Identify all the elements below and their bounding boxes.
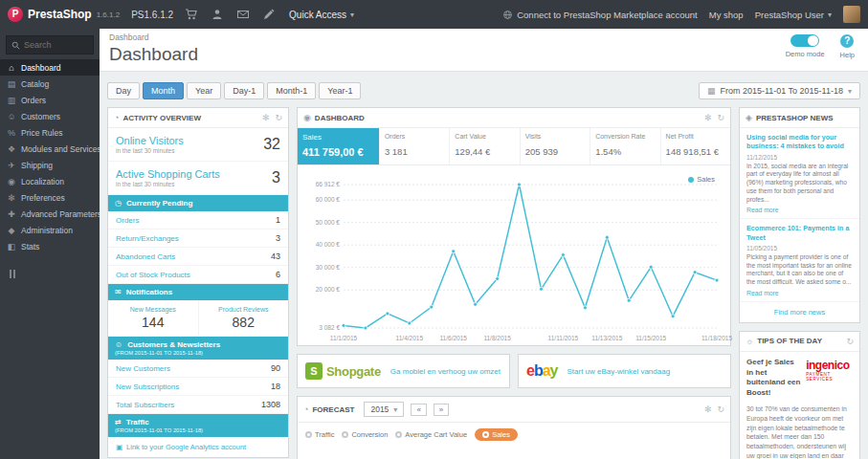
page-title: Dashboard: [109, 44, 198, 65]
sidebar-item-modules[interactable]: ❖Modules and Services: [0, 141, 100, 157]
refresh-icon[interactable]: ↻: [846, 337, 854, 346]
kpi-tab-cart-value[interactable]: Cart Value 129,44 €: [450, 128, 520, 164]
refresh-icon[interactable]: ↻: [717, 113, 724, 122]
kpi-tab-sales[interactable]: Sales 411 759,00 €: [298, 128, 380, 164]
sidebar-item-dashboard[interactable]: ⌂Dashboard: [0, 59, 100, 76]
forecast-chip-conversion[interactable]: Conversion: [342, 430, 388, 439]
sidebar-item-catalog[interactable]: ▤Catalog: [0, 76, 100, 92]
forecast-chip-sales[interactable]: Sales: [475, 428, 518, 441]
svg-text:30 000 €: 30 000 €: [316, 264, 341, 271]
ebay-promo-link[interactable]: Start uw eBay-winkel vandaag: [568, 367, 671, 376]
help-icon[interactable]: ?: [840, 34, 854, 48]
sidebar-item-shipping[interactable]: ✈Shipping: [0, 157, 100, 173]
range-month-button[interactable]: Month: [143, 82, 184, 99]
forecast-prev-button[interactable]: «: [411, 404, 426, 416]
refresh-icon[interactable]: ↻: [717, 404, 724, 414]
breadcrumb[interactable]: Dashboard: [109, 33, 149, 42]
marketplace-connect-link[interactable]: Connect to PrestaShop Marketplace accoun…: [502, 10, 698, 20]
messages-icon[interactable]: [236, 8, 250, 21]
traffic-icon: ⇄: [115, 418, 122, 426]
svg-text:11/18/2015: 11/18/2015: [701, 335, 732, 341]
abandoned-carts-row: Abandoned Carts43: [108, 248, 288, 266]
new-customers-row: New Customers90: [108, 360, 288, 378]
news-article-excerpt: In 2015, social media are an integral pa…: [746, 163, 853, 205]
svg-text:11/15/2015: 11/15/2015: [635, 335, 666, 341]
out-of-stock-link[interactable]: Out of Stock Products: [116, 271, 190, 279]
abandoned-carts-link[interactable]: Abandoned Carts: [116, 252, 175, 261]
ebay-logo: ebay: [526, 362, 558, 380]
demo-mode-toggle[interactable]: [790, 34, 819, 47]
sidebar-menu: ⌂Dashboard ▤Catalog ▥Orders ☺Customers %…: [0, 59, 100, 254]
total-subscribers-link[interactable]: Total Subscribers: [116, 401, 174, 409]
read-more-link[interactable]: Read more: [746, 207, 853, 213]
kpi-tab-conversion-rate[interactable]: Conversion Rate 1.54%: [590, 128, 660, 164]
gear-icon[interactable]: ✻: [704, 404, 712, 414]
read-more-link[interactable]: Read more: [746, 290, 853, 296]
range-year-button[interactable]: Year: [187, 82, 221, 99]
quick-access-label: Quick Access: [289, 10, 346, 20]
news-article-title-link[interactable]: Using social media for your business: 4 …: [746, 133, 853, 151]
active-carts-link[interactable]: Active Shopping Carts: [116, 168, 272, 180]
sidebar-item-administration[interactable]: ◆Administration: [0, 222, 100, 238]
gear-icon[interactable]: ✻: [704, 113, 712, 122]
find-more-news-link[interactable]: Find more news: [740, 302, 859, 322]
forecast-chip-traffic[interactable]: Traffic: [305, 430, 334, 439]
range-year-1-button[interactable]: Year-1: [319, 82, 361, 99]
online-visitors-link[interactable]: Online Visitors: [116, 135, 263, 146]
sidebar-item-customers[interactable]: ☺Customers: [0, 108, 100, 124]
customer-icon[interactable]: [211, 8, 224, 21]
product-reviews-cell[interactable]: Product Reviews 882: [198, 300, 289, 336]
brand[interactable]: P PrestaShop 1.6.1.2: [0, 7, 125, 22]
chevron-down-icon: ▾: [393, 405, 397, 414]
range-day-button[interactable]: Day: [107, 82, 140, 99]
new-subscriptions-link[interactable]: New Subscriptions: [116, 382, 179, 391]
sidebar-item-advanced-parameters[interactable]: ✚Advanced Parameters: [0, 206, 100, 222]
sidebar-item-price-rules[interactable]: %Price Rules: [0, 124, 100, 141]
topbar-right: Connect to PrestaShop Marketplace accoun…: [502, 6, 868, 23]
sidebar-item-stats[interactable]: ◧Stats: [0, 238, 100, 254]
pending-orders-link[interactable]: Orders: [116, 216, 139, 225]
chip-dot-icon: [482, 431, 489, 438]
sidebar-collapse-button[interactable]: [0, 254, 100, 294]
kpi-tab-visits[interactable]: Visits 205 939: [521, 128, 590, 164]
chart-legend-sales[interactable]: Sales: [688, 175, 715, 184]
refresh-icon[interactable]: ↻: [275, 113, 282, 122]
shopgate-promo-link[interactable]: Ga mobiel en verhoog uw omzet: [390, 367, 501, 376]
news-article-title-link[interactable]: Ecommerce 101: Payments in a Tweet: [746, 224, 853, 242]
user-avatar[interactable]: [843, 6, 860, 23]
new-customers-link[interactable]: New Customers: [116, 364, 170, 373]
news-article: Ecommerce 101: Payments in a Tweet 11/05…: [740, 219, 859, 302]
forecast-chip-average-cart-value[interactable]: Average Cart Value: [395, 430, 467, 439]
date-range-picker[interactable]: ▦ From 2015-11-01 To 2015-11-18 ▾: [699, 82, 860, 99]
range-month-1-button[interactable]: Month-1: [267, 82, 316, 99]
rocket-icon[interactable]: [262, 8, 276, 21]
shop-name-badge[interactable]: PS1.6.1.2: [131, 10, 173, 20]
quick-access-menu[interactable]: Quick Access ▾: [289, 10, 354, 20]
kpi-tab-orders[interactable]: Orders 3 181: [380, 128, 450, 164]
pending-returns-link[interactable]: Return/Exchanges: [116, 234, 179, 243]
range-day-1-button[interactable]: Day-1: [224, 82, 264, 99]
forecast-legend: Traffic Conversion Average Cart Value Sa…: [298, 423, 730, 447]
forecast-year-select[interactable]: 2015 ▾: [364, 402, 404, 417]
activity-overview-panel: ◔ ACTIVITY OVERVIEW ✻↻ Online Visitors i…: [107, 107, 289, 458]
gear-icon[interactable]: ✻: [262, 113, 270, 122]
sidebar-item-preferences[interactable]: ✻Preferences: [0, 189, 100, 206]
kpi-tab-net-profit[interactable]: Net Profit 148 918,51 €: [661, 128, 730, 164]
ingenico-logo: ingenico PAYMENT SERVICES: [806, 358, 853, 382]
sales-chart-svg: 66 912 €60 000 €50 000 €40 000 €30 000 €…: [303, 173, 724, 343]
pending-orders-row: Orders1: [108, 211, 288, 230]
cart-icon[interactable]: [185, 8, 198, 21]
forecast-next-button[interactable]: »: [434, 404, 449, 416]
shopgate-promo-panel: S Shopgate Ga mobiel en verhoog uw omzet: [297, 354, 510, 388]
catalog-icon: ▤: [7, 79, 16, 89]
user-menu[interactable]: PrestaShop User ▾: [755, 10, 832, 20]
new-messages-cell[interactable]: New Messages 144: [108, 300, 198, 336]
my-shop-link[interactable]: My shop: [709, 10, 744, 20]
news-icon: ◈: [746, 113, 752, 122]
sidebar-item-orders[interactable]: ▥Orders: [0, 92, 100, 108]
sidebar-item-localization[interactable]: ◉Localization: [0, 173, 100, 189]
clock-icon: ◷: [115, 199, 122, 208]
google-analytics-link[interactable]: ▣ Link to your Google Analytics account: [108, 437, 288, 457]
search-input[interactable]: [24, 40, 88, 50]
stats-icon: ◧: [7, 242, 16, 251]
